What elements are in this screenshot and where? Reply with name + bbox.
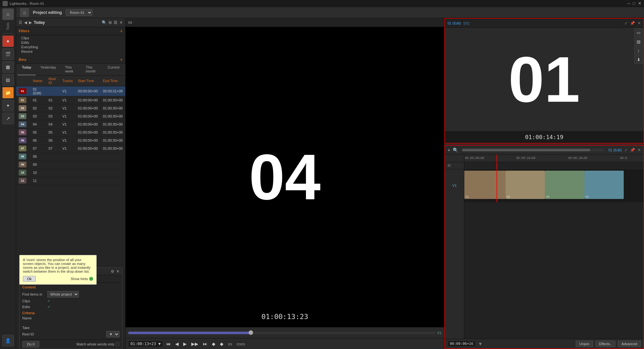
film-btn[interactable]: 🎬 bbox=[2, 48, 14, 60]
overwrite-btn[interactable]: ▭▭ bbox=[235, 341, 246, 347]
record-btn[interactable]: ● bbox=[2, 35, 14, 47]
row-tracks: V1 bbox=[60, 104, 75, 112]
panel-menu-btn[interactable]: ☰ bbox=[19, 20, 22, 25]
src-icon-1[interactable]: ▭ bbox=[634, 28, 643, 37]
row-end bbox=[100, 169, 126, 177]
reel-id-select[interactable]: ▼ bbox=[106, 331, 119, 337]
table-row[interactable]: 01 01 01 V1 01:00:00+00 01:00:30+00 bbox=[16, 96, 125, 104]
row-thumb: 10 bbox=[16, 169, 30, 177]
table-row[interactable]: 10 10 bbox=[16, 169, 125, 177]
tooltip-ok-btn[interactable]: Ok bbox=[23, 276, 36, 282]
panel-back-btn[interactable]: ◀ bbox=[24, 20, 27, 25]
title-bar-text: Lightworks - Room #1 bbox=[10, 2, 44, 5]
panel-forward-btn[interactable]: ▶ bbox=[29, 20, 32, 25]
clip-block-02[interactable]: 02 bbox=[506, 171, 545, 199]
folder-btn[interactable]: 📁 bbox=[2, 87, 14, 99]
link-btn[interactable]: ⛓ bbox=[114, 20, 118, 25]
search-close-btn[interactable]: ✕ bbox=[116, 269, 119, 274]
progress-thumb[interactable] bbox=[249, 330, 253, 335]
tl-add-btn[interactable]: + bbox=[448, 147, 450, 153]
grid-btn[interactable]: ▦ bbox=[2, 61, 14, 73]
mark-in-btn[interactable]: ◆ bbox=[211, 341, 217, 347]
src-icon-3[interactable]: ↕ bbox=[634, 46, 643, 55]
search-icon[interactable]: 🔍 bbox=[102, 20, 107, 25]
table-row[interactable]: 09 09 bbox=[16, 161, 125, 169]
home-tool-btn[interactable]: ⌂ bbox=[2, 8, 14, 20]
close-btn[interactable]: ✕ bbox=[638, 1, 641, 6]
table-btn[interactable]: ▤ bbox=[2, 74, 14, 86]
panel-close-btn[interactable]: ✕ bbox=[119, 20, 123, 25]
transport-bar: V1 bbox=[126, 327, 444, 338]
clip-thumb: 08 bbox=[19, 154, 26, 159]
progress-bar[interactable] bbox=[128, 332, 435, 334]
src-close-btn[interactable]: ✕ bbox=[638, 21, 641, 25]
do-it-btn[interactable]: Do It bbox=[22, 341, 39, 347]
filter-everything[interactable]: Everything bbox=[21, 45, 120, 49]
row-start: 01:00:00+00 bbox=[75, 120, 100, 128]
export-btn[interactable]: ↗ bbox=[2, 113, 14, 124]
table-row[interactable]: 03 03 03 V1 01:00:00+00 01:00:30+00 bbox=[16, 112, 125, 120]
clip-block-04[interactable]: 04 bbox=[584, 171, 624, 199]
table-row[interactable]: 01 01 (Edit) V1 00:00:00+00 00:00:31+08 bbox=[16, 86, 125, 96]
row-end: 01:00:30+00 bbox=[100, 120, 126, 128]
table-row[interactable]: 02 02 02 V1 01:00:00+00 01:00:30+00 bbox=[16, 104, 125, 112]
row-reel-id: 04 bbox=[46, 120, 60, 128]
tl-down-btn[interactable]: ▼ bbox=[478, 341, 483, 346]
row-start: 01:00:00+00 bbox=[75, 145, 100, 153]
effects-btn[interactable]: ✦ bbox=[2, 100, 14, 111]
window-controls[interactable]: ─ □ ✕ bbox=[627, 1, 641, 6]
add-filter-btn[interactable]: + bbox=[120, 28, 123, 33]
tab-current[interactable]: Current bbox=[103, 64, 124, 75]
go-start-btn[interactable]: ⏮ bbox=[165, 341, 172, 347]
tl-zoom-out-btn[interactable]: 🔍 bbox=[453, 147, 458, 153]
settings-btn[interactable]: 👤 bbox=[2, 335, 14, 346]
clips-label: Clips bbox=[22, 299, 45, 303]
table-row[interactable]: 08 08 bbox=[16, 153, 125, 161]
src-icon-4[interactable]: ⬇ bbox=[634, 55, 643, 64]
logs-table: Name Reel ID Tracks Start Time End Time … bbox=[16, 76, 125, 185]
filter-recent[interactable]: Recent bbox=[21, 49, 120, 54]
table-row[interactable]: 04 04 04 V1 01:00:00+00 01:00:30+00 bbox=[16, 120, 125, 128]
mark-out-btn[interactable]: ◆ bbox=[219, 341, 225, 347]
clip-block-03[interactable]: 03 bbox=[545, 171, 584, 199]
table-row[interactable]: 07 07 07 V1 01:00:00+00 01:00:30+00 bbox=[16, 145, 125, 153]
clip-timecode: 01:00:13:23 bbox=[261, 313, 308, 321]
minimize-btn[interactable]: ─ bbox=[627, 1, 630, 6]
row-start bbox=[75, 161, 100, 169]
tl-expand-btn[interactable]: ⤢ bbox=[624, 148, 628, 152]
find-items-select[interactable]: Whole project bbox=[47, 291, 79, 297]
table-row[interactable]: 05 05 05 V1 01:00:00+00 01:00:30+00 bbox=[16, 128, 125, 137]
tab-today[interactable]: Today bbox=[17, 64, 36, 75]
table-row[interactable]: 06 06 06 V1 01:00:00+00 01:00:30+00 bbox=[16, 137, 125, 145]
go-end-btn[interactable]: ⏭ bbox=[202, 341, 209, 347]
tab-this-month[interactable]: This month bbox=[81, 64, 103, 75]
src-expand-btn[interactable]: ⤢ bbox=[624, 21, 628, 25]
table-row[interactable]: 11 11 bbox=[16, 177, 125, 185]
view-btn[interactable]: ⊞ bbox=[109, 20, 112, 25]
tab-yesterday[interactable]: Yesterday bbox=[36, 64, 61, 75]
home-btn[interactable]: ⌂ bbox=[20, 8, 29, 17]
tab-this-week[interactable]: This week bbox=[61, 64, 81, 75]
find-items-row: Find items in Whole project bbox=[22, 291, 119, 297]
effects-btn[interactable]: Effects.. bbox=[596, 341, 616, 347]
maximize-btn[interactable]: □ bbox=[633, 1, 635, 6]
src-pin-btn[interactable]: 📌 bbox=[630, 21, 635, 25]
tl-zoom-bar[interactable] bbox=[462, 149, 604, 151]
tl-pin-btn[interactable]: 📌 bbox=[630, 148, 635, 152]
filter-clips[interactable]: Clips bbox=[21, 36, 120, 40]
insert-btn[interactable]: ▭ bbox=[227, 341, 233, 347]
play-btn[interactable]: ▶ bbox=[182, 341, 188, 347]
advanced-btn[interactable]: Advanced bbox=[618, 341, 641, 347]
filter-edits[interactable]: Edits bbox=[21, 40, 120, 45]
tl-close-btn[interactable]: ✕ bbox=[638, 148, 641, 152]
fast-fwd-btn[interactable]: ▶▶ bbox=[190, 341, 200, 347]
src-icon-2[interactable]: ▤ bbox=[634, 37, 643, 46]
row-name: 03 bbox=[30, 112, 46, 120]
prev-frame-btn[interactable]: ◀ bbox=[174, 341, 180, 347]
unjoin-btn[interactable]: Unjoin bbox=[576, 341, 593, 347]
clip-block-01[interactable]: 01 bbox=[464, 171, 506, 199]
search-settings-btn[interactable]: ⚙ bbox=[111, 269, 114, 274]
match-whole-circle[interactable] bbox=[116, 342, 119, 346]
add-bin-btn[interactable]: + bbox=[120, 57, 123, 62]
room-selector[interactable]: Room #1 bbox=[66, 9, 92, 16]
